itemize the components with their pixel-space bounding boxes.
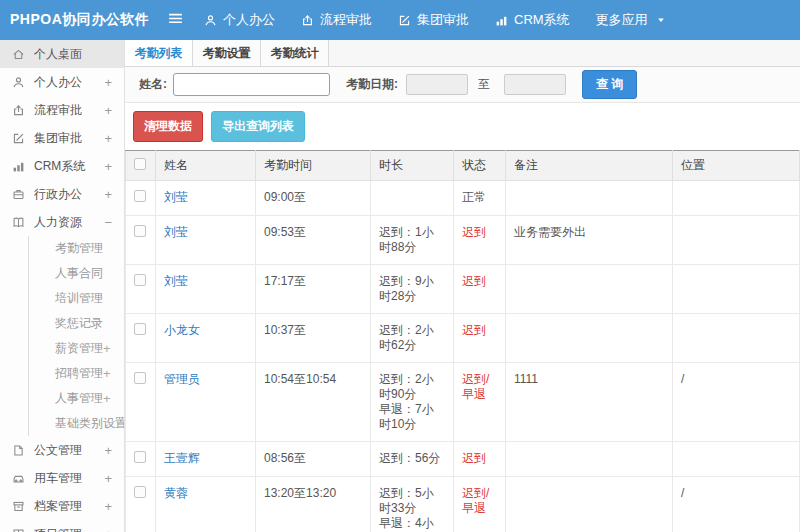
employee-name-link[interactable]: 刘莹 — [156, 265, 256, 314]
table-row: 刘莹17:17至迟到：9小时28分迟到 — [126, 265, 800, 314]
expand-icon[interactable]: + — [104, 527, 118, 532]
export-list-button[interactable]: 导出查询列表 — [211, 111, 305, 142]
table-header-row: 姓名考勤时间时长状态备注位置 — [126, 151, 800, 181]
hamburger-menu-icon[interactable] — [160, 10, 190, 31]
sidebar-subitem-label: 奖惩记录 — [55, 315, 103, 332]
status-text: 迟到/早退 — [454, 363, 506, 442]
tab-attendance-list[interactable]: 考勤列表 — [125, 40, 193, 66]
tab-bar: 考勤列表考勤设置考勤统计 — [125, 40, 800, 67]
tab-attendance-stats[interactable]: 考勤统计 — [261, 40, 329, 66]
name-input[interactable] — [173, 73, 330, 96]
sidebar-item-archive-mgmt[interactable]: 档案管理+ — [0, 492, 124, 520]
column-header: 时长 — [371, 151, 454, 181]
sidebar-item-label: 个人桌面 — [34, 46, 82, 63]
archive-icon — [12, 500, 27, 513]
sidebar-subitem-label: 考勤管理 — [55, 240, 103, 257]
row-checkbox[interactable] — [134, 372, 146, 384]
date-range-to-label: 至 — [478, 76, 490, 93]
sidebar-item-label: 项目管理 — [34, 526, 82, 532]
table-row: 刘莹09:00至正常 — [126, 181, 800, 216]
nav-workflow-approval[interactable]: 流程审批 — [301, 11, 372, 29]
nav-label: 流程审批 — [320, 11, 372, 29]
home-icon — [12, 48, 27, 61]
edit-icon — [12, 132, 27, 145]
expand-icon[interactable]: + — [104, 75, 118, 90]
query-button[interactable]: 查 询 — [582, 70, 637, 99]
collapse-icon[interactable]: − — [104, 215, 118, 230]
nav-crm-system[interactable]: CRM系统 — [495, 11, 570, 29]
edit-icon — [398, 14, 411, 27]
sidebar-item-personal-office[interactable]: 个人办公+ — [0, 68, 124, 96]
date-from-input[interactable] — [406, 74, 468, 95]
expand-icon[interactable]: + — [103, 391, 125, 406]
date-to-input[interactable] — [504, 74, 566, 95]
select-all-checkbox[interactable] — [134, 158, 146, 170]
expand-icon[interactable]: + — [104, 131, 118, 146]
row-checkbox[interactable] — [134, 486, 146, 498]
sidebar-item-project-mgmt[interactable]: 项目管理+ — [0, 520, 124, 532]
row-checkbox[interactable] — [134, 274, 146, 286]
expand-icon[interactable]: + — [104, 443, 118, 458]
action-bar: 清理数据 导出查询列表 — [125, 103, 800, 150]
table-row: 小龙女10:37至迟到：2小时62分迟到 — [126, 314, 800, 363]
sidebar-item-vehicle-mgmt[interactable]: 用车管理+ — [0, 464, 124, 492]
expand-icon[interactable]: + — [104, 103, 118, 118]
sidebar-item-admin-office[interactable]: 行政办公+ — [0, 180, 124, 208]
expand-icon[interactable]: + — [104, 187, 118, 202]
sidebar-item-workflow-approval[interactable]: 流程审批+ — [0, 96, 124, 124]
sidebar-item-label: CRM系统 — [34, 158, 85, 175]
sidebar-item-group-approval[interactable]: 集团审批+ — [0, 124, 124, 152]
duration-text: 迟到：2小时62分 — [371, 314, 454, 363]
attendance-time: 10:37至 — [256, 314, 371, 363]
employee-name-link[interactable]: 小龙女 — [156, 314, 256, 363]
nav-label: 集团审批 — [417, 11, 469, 29]
tab-attendance-settings[interactable]: 考勤设置 — [193, 40, 261, 66]
expand-icon[interactable]: + — [104, 499, 118, 514]
note-text — [506, 477, 673, 532]
employee-name-link[interactable]: 管理员 — [156, 363, 256, 442]
nav-more-apps[interactable]: 更多应用 — [596, 11, 666, 29]
nav-group-approval[interactable]: 集团审批 — [398, 11, 469, 29]
expand-icon[interactable]: + — [103, 366, 125, 381]
sidebar-item-label: 个人办公 — [34, 74, 82, 91]
employee-name-link[interactable]: 王壹辉 — [156, 442, 256, 477]
expand-icon[interactable]: + — [103, 341, 125, 356]
sidebar-item-crm-system[interactable]: CRM系统+ — [0, 152, 124, 180]
status-text: 迟到 — [454, 265, 506, 314]
attendance-table: 姓名考勤时间时长状态备注位置 刘莹09:00至正常刘莹09:53至迟到：1小时8… — [125, 150, 800, 532]
sidebar-sub-personnel-mgmt[interactable]: 人事管理+ — [29, 386, 124, 411]
sidebar-sub-reward-punishment[interactable]: 奖惩记录 — [29, 311, 124, 336]
employee-name-link[interactable]: 刘莹 — [156, 216, 256, 265]
sidebar-subitem-label: 培训管理 — [55, 290, 103, 307]
sidebar-sub-salary-mgmt[interactable]: 薪资管理+ — [29, 336, 124, 361]
sidebar-item-label: 流程审批 — [34, 102, 82, 119]
top-nav: 个人办公流程审批集团审批CRM系统更多应用 — [204, 11, 666, 29]
sidebar-sub-basic-category-settings[interactable]: 基础类别设置+ — [29, 411, 124, 436]
sidebar-subitem-label: 招聘管理 — [55, 365, 103, 382]
clear-data-button[interactable]: 清理数据 — [133, 111, 203, 142]
briefcase-icon — [12, 188, 27, 201]
attendance-table-wrap: 姓名考勤时间时长状态备注位置 刘莹09:00至正常刘莹09:53至迟到：1小时8… — [125, 150, 800, 532]
sidebar-subitem-label: 薪资管理 — [55, 340, 103, 357]
employee-name-link[interactable]: 刘莹 — [156, 181, 256, 216]
sidebar-sub-attendance-mgmt[interactable]: 考勤管理 — [29, 236, 124, 261]
row-checkbox[interactable] — [134, 225, 146, 237]
location-text: / — [673, 363, 800, 442]
app-logo: PHPOA协同办公软件 — [0, 11, 160, 29]
sidebar-item-document-mgmt[interactable]: 公文管理+ — [0, 436, 124, 464]
expand-icon[interactable]: + — [104, 159, 118, 174]
nav-personal-office[interactable]: 个人办公 — [204, 11, 275, 29]
user-icon — [12, 76, 27, 89]
sidebar-item-desktop[interactable]: 个人桌面 — [0, 40, 124, 68]
sidebar-sub-recruitment-mgmt[interactable]: 招聘管理+ — [29, 361, 124, 386]
row-checkbox[interactable] — [134, 190, 146, 202]
sidebar-item-hr[interactable]: 人力资源− — [0, 208, 124, 236]
attendance-time: 10:54至10:54 — [256, 363, 371, 442]
expand-icon[interactable]: + — [104, 471, 118, 486]
sidebar-sub-training-mgmt[interactable]: 培训管理 — [29, 286, 124, 311]
row-checkbox[interactable] — [134, 451, 146, 463]
sidebar-item-label: 行政办公 — [34, 186, 82, 203]
sidebar-sub-personnel-contract[interactable]: 人事合同 — [29, 261, 124, 286]
row-checkbox[interactable] — [134, 323, 146, 335]
employee-name-link[interactable]: 黄蓉 — [156, 477, 256, 532]
